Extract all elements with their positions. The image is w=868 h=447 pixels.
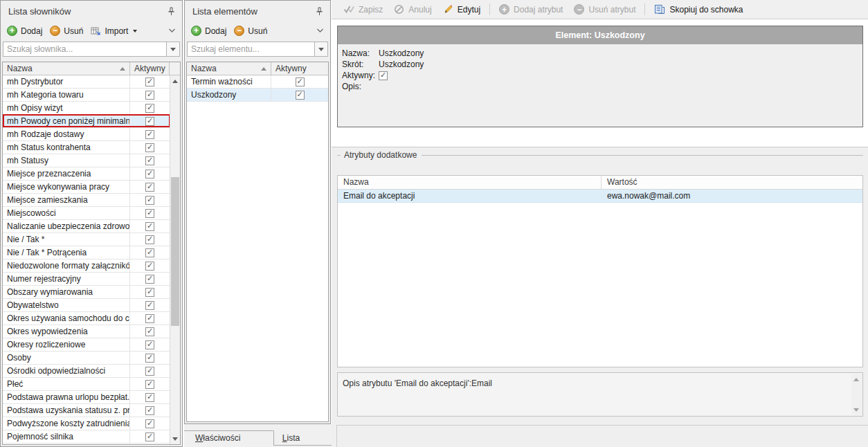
table-row[interactable]: Miejsce zamieszkania xyxy=(3,194,170,207)
scrollbar-thumb[interactable] xyxy=(171,177,179,326)
active-checkbox[interactable] xyxy=(145,301,154,310)
remove-circle-icon xyxy=(234,26,244,36)
table-row[interactable]: mh Dystrybutor xyxy=(3,75,170,89)
active-checkbox[interactable] xyxy=(145,117,154,126)
toolbar-overflow-chevron-icon[interactable] xyxy=(316,28,327,33)
element-search-input[interactable] xyxy=(187,42,315,57)
active-checkbox[interactable] xyxy=(145,156,154,165)
table-row[interactable]: mh Rodzaje dostawy xyxy=(3,128,170,141)
pin-icon[interactable] xyxy=(168,7,175,16)
table-row[interactable]: mh Kategoria towaru xyxy=(3,89,170,102)
table-row[interactable]: Podstawa uzyskania statusu z. pr... xyxy=(3,404,170,417)
column-header-active[interactable]: Aktywny xyxy=(130,62,170,75)
active-checkbox[interactable] xyxy=(145,406,154,415)
active-checkbox[interactable] xyxy=(145,248,154,257)
active-checkbox[interactable] xyxy=(145,222,154,231)
save-button[interactable]: Zapisz xyxy=(338,3,388,17)
active-checkbox[interactable] xyxy=(145,393,154,402)
table-row[interactable]: Okresy rozliczeniowe xyxy=(3,338,170,352)
dictionary-search-dropdown-button[interactable] xyxy=(167,42,180,57)
table-row[interactable]: Ośrodki odpowiedzialności xyxy=(3,365,170,378)
sort-ascending-icon xyxy=(120,67,125,71)
element-search-dropdown-button[interactable] xyxy=(315,42,328,57)
active-checkbox[interactable] xyxy=(145,183,154,192)
remove-attribute-button[interactable]: − Usuń atrybut xyxy=(568,2,641,17)
attr-column-header-value[interactable]: Wartość xyxy=(602,176,862,189)
active-checkbox[interactable] xyxy=(296,77,305,86)
table-row[interactable]: mh Powody cen poniżej minimalnych xyxy=(3,115,170,128)
scrollbar-up-button[interactable] xyxy=(851,374,861,385)
active-checkbox[interactable] xyxy=(145,367,154,376)
pin-icon[interactable] xyxy=(316,7,323,16)
active-checkbox[interactable] xyxy=(145,419,154,428)
cancel-label: Anuluj xyxy=(408,5,431,15)
table-row[interactable]: Okres używania samochodu do ce... xyxy=(3,312,170,325)
active-checkbox[interactable] xyxy=(145,196,154,205)
table-row[interactable]: Płeć xyxy=(3,378,170,391)
dictionary-search-input[interactable] xyxy=(3,42,167,57)
scrollbar-down-button[interactable] xyxy=(170,433,180,444)
table-row[interactable]: Uszkodzony xyxy=(187,89,328,102)
active-checkbox[interactable] xyxy=(145,354,154,363)
active-checkbox[interactable] xyxy=(145,340,154,349)
active-checkbox[interactable] xyxy=(296,91,305,100)
attribute-row[interactable]: Email do akceptacjiewa.nowak@mail.com xyxy=(338,190,862,203)
table-row[interactable]: Pojemność silnika xyxy=(3,430,170,444)
table-row[interactable]: Podstawa prawna urlopu bezpłat... xyxy=(3,391,170,404)
import-button[interactable]: Import xyxy=(88,25,140,37)
table-row[interactable]: Obszary wymiarowania xyxy=(3,286,170,299)
description-scrollbar[interactable] xyxy=(851,374,862,415)
table-row[interactable]: Termin ważności xyxy=(187,75,328,89)
active-checkbox[interactable] xyxy=(145,314,154,323)
toolbar-overflow-chevron-icon[interactable] xyxy=(168,28,179,33)
table-row[interactable]: Naliczanie ubezpieczenia zdrowot... xyxy=(3,220,170,233)
add-attribute-button[interactable]: + Dodaj atrybut xyxy=(494,2,568,17)
table-row[interactable]: mh Status kontrahenta xyxy=(3,141,170,154)
table-row[interactable]: Miejscowości xyxy=(3,207,170,220)
cancel-button[interactable]: Anuluj xyxy=(388,2,437,17)
edit-button[interactable]: Edytuj xyxy=(437,2,486,17)
table-row[interactable]: Niedozwolone formaty załączników xyxy=(3,259,170,273)
active-checkbox[interactable] xyxy=(145,91,154,100)
dictionaries-scrollbar[interactable] xyxy=(170,75,180,444)
active-checkbox[interactable] xyxy=(145,432,154,441)
active-checkbox[interactable] xyxy=(145,130,154,139)
copy-to-clipboard-button[interactable]: Skopiuj do schowka xyxy=(649,2,748,17)
column-header-name[interactable]: Nazwa xyxy=(3,62,130,75)
active-checkbox[interactable] xyxy=(145,288,154,297)
table-row[interactable]: Miejsce wykonywania pracy xyxy=(3,181,170,194)
column-header-name[interactable]: Nazwa xyxy=(187,62,271,75)
active-checkbox[interactable] xyxy=(145,327,154,336)
table-row[interactable]: Okres wypowiedzenia xyxy=(3,325,170,338)
active-checkbox[interactable] xyxy=(145,209,154,218)
active-checkbox[interactable] xyxy=(145,380,154,389)
table-row[interactable]: mh Statusy xyxy=(3,154,170,167)
table-row[interactable]: Osoby xyxy=(3,352,170,365)
active-checkbox[interactable] xyxy=(145,170,154,179)
attribute-description-box[interactable]: Opis atrybutu 'Email do akceptacji':Emai… xyxy=(337,372,863,417)
column-header-active[interactable]: Aktywny xyxy=(271,62,328,75)
remove-element-button[interactable]: Usuń xyxy=(231,24,270,37)
add-dictionary-button[interactable]: Dodaj xyxy=(4,24,45,37)
active-checkbox[interactable] xyxy=(145,143,154,152)
active-checkbox[interactable] xyxy=(145,235,154,244)
table-row[interactable]: Nie / Tak * Potrącenia xyxy=(3,246,170,259)
table-row[interactable]: mh Opisy wizyt xyxy=(3,102,170,115)
active-checkbox[interactable] xyxy=(145,262,154,271)
scrollbar-down-button[interactable] xyxy=(851,404,861,415)
remove-dictionary-button[interactable]: Usuń xyxy=(47,24,86,37)
tab-właściwości-słownika[interactable]: Właściwości słownika xyxy=(187,431,273,446)
table-row[interactable]: Podwyższone koszty zatrudnienia... xyxy=(3,417,170,430)
scrollbar-up-button[interactable] xyxy=(170,75,180,86)
active-checkbox[interactable] xyxy=(145,275,154,284)
table-row[interactable]: Nie / Tak * xyxy=(3,233,170,246)
active-field-checkbox[interactable] xyxy=(379,71,388,80)
save-check-icon xyxy=(343,5,354,14)
active-checkbox[interactable] xyxy=(145,104,154,113)
table-row[interactable]: Obywatelstwo xyxy=(3,299,170,312)
table-row[interactable]: Miejsce przeznaczenia xyxy=(3,167,170,181)
add-element-button[interactable]: Dodaj xyxy=(188,24,229,37)
attr-column-header-name[interactable]: Nazwa xyxy=(338,176,602,189)
active-checkbox[interactable] xyxy=(145,77,154,86)
table-row[interactable]: Numer rejestracyjny xyxy=(3,273,170,286)
